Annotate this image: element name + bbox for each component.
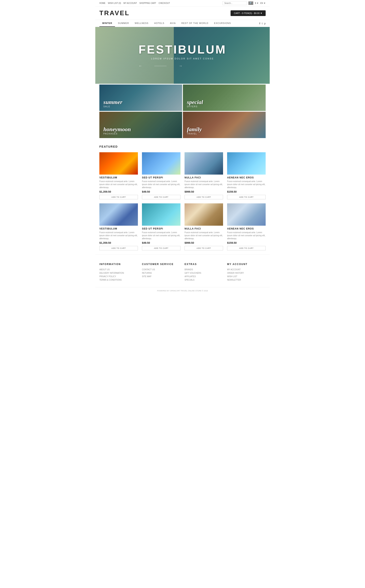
add-to-cart-1[interactable]: ADD TO CART: [142, 195, 181, 199]
topbar-cart[interactable]: SHOPPING CART: [139, 2, 156, 4]
footer-bottom: POWERED BY OPENCART TRAVEL ONLINE STORE …: [95, 287, 270, 294]
product-card-6: NULLA FACI Fusce euismod consequat ante.…: [184, 203, 223, 250]
footer-col-0: INFORMATION ABOUT USDELIVERY INFORMATION…: [99, 263, 138, 281]
footer-link[interactable]: CONTACT US: [142, 268, 181, 271]
topbar-wishlist[interactable]: WISH LIST (0): [108, 2, 121, 4]
promo-summer[interactable]: summer SALE: [99, 84, 182, 111]
product-desc-1: Fusce euismod consequat ante. Lorem ipsu…: [142, 180, 181, 189]
promo-special-text: special OFFERS: [187, 99, 203, 108]
footer-link[interactable]: AFFILIATES: [184, 275, 223, 278]
topbar-checkout[interactable]: CHECKOUT: [159, 2, 170, 4]
product-image-4: [99, 203, 138, 226]
topbar-nav: HOME WISH LIST (0) MY ACCOUNT SHOPPING C…: [99, 2, 170, 4]
topbar-home[interactable]: HOME: [99, 2, 105, 4]
product-price-1: $49.50: [142, 190, 181, 193]
footer-link[interactable]: MY ACCOUNT: [227, 268, 266, 271]
add-to-cart-0[interactable]: ADD TO CART: [99, 195, 138, 199]
add-to-cart-7[interactable]: ADD TO CART: [227, 246, 266, 250]
nav-rest-of-world[interactable]: REST OF THE WORLD: [178, 20, 211, 27]
search-button[interactable]: 🔍: [248, 1, 253, 5]
promo-honeymoon-title: honeymoon: [103, 126, 131, 132]
product-price-4: $1,359.50: [99, 241, 138, 244]
promo-special-title: special: [187, 99, 203, 105]
promo-honeymoon-text: honeymoon PACKAGES: [103, 126, 131, 135]
product-price-3: $159.50: [227, 190, 266, 193]
nav-wellness[interactable]: WELLNESS: [132, 20, 151, 27]
nav-hotels[interactable]: HOTELS: [151, 20, 167, 27]
promo-summer-subtitle: SALE: [103, 105, 122, 108]
header: TRAVEL CART - 0 ITEM(S) - $0.00 ▼: [95, 7, 270, 20]
add-to-cart-3[interactable]: ADD TO CART: [227, 195, 266, 199]
footer-link[interactable]: DELIVERY INFORMATION: [99, 272, 138, 274]
footer-link[interactable]: SPECIALS: [184, 279, 223, 281]
promo-summer-title: summer: [103, 99, 122, 105]
hero-prev-arrow[interactable]: ←: [139, 64, 142, 68]
product-image-1: [142, 152, 181, 175]
twitter-icon[interactable]: t: [262, 22, 263, 25]
promo-honeymoon[interactable]: honeymoon PACKAGES: [99, 112, 182, 138]
footer-col-title-2: EXTRAS: [184, 263, 223, 266]
product-desc-3: Fusce euismod consequat ante. Lorem ipsu…: [227, 180, 266, 189]
product-price-2: $999.50: [184, 190, 223, 193]
product-card-0: VESTIBULUM Fusce euismod consequat ante.…: [99, 152, 138, 199]
promo-family-text: family TRAVEL: [187, 126, 202, 135]
topbar-right: 🔍 $ ▼ EN ▼: [222, 1, 266, 5]
footer-link[interactable]: ABOUT US: [99, 268, 138, 271]
language-selector[interactable]: EN ▼: [260, 2, 266, 4]
footer-col-1: CUSTOMER SERVICE CONTACT USRETURNSSITE M…: [142, 263, 181, 281]
product-price-7: $159.50: [227, 241, 266, 244]
nav-winter[interactable]: WINTER: [99, 20, 115, 27]
footer-link[interactable]: SITE MAP: [142, 275, 181, 278]
search-input[interactable]: [222, 1, 247, 5]
promo-family-title: family: [187, 126, 202, 132]
site-logo[interactable]: TRAVEL: [99, 9, 130, 17]
social-icons: f t p: [259, 22, 266, 25]
footer-col-3: MY ACCOUNT MY ACCOUNTORDER HISTORYWISH L…: [227, 263, 266, 281]
hero-next-arrow[interactable]: →: [179, 64, 182, 68]
nav-avia[interactable]: AVIA: [167, 20, 178, 27]
top-bar: HOME WISH LIST (0) MY ACCOUNT SHOPPING C…: [95, 0, 270, 7]
footer-link[interactable]: PRIVACY POLICY: [99, 275, 138, 278]
product-desc-4: Fusce euismod consequat ante. Lorem ipsu…: [99, 231, 138, 240]
hero-subtitle: LOREM IPSUM DOLOR SIT AMET CONSE: [139, 57, 226, 60]
pinterest-icon[interactable]: p: [264, 22, 266, 25]
footer-link[interactable]: RETURNS: [142, 272, 181, 274]
footer-link[interactable]: GIFT VOUCHERS: [184, 272, 223, 274]
facebook-icon[interactable]: f: [259, 22, 260, 25]
featured-section: FEATURED VESTIBULUM Fusce euismod conseq…: [95, 139, 270, 254]
cart-button[interactable]: CART - 0 ITEM(S) - $0.00 ▼: [231, 10, 266, 16]
footer-link[interactable]: ORDER HISTORY: [227, 272, 266, 274]
product-image-7: [227, 203, 266, 226]
product-image-3: [227, 152, 266, 175]
footer-link[interactable]: NEWSLETTER: [227, 279, 266, 281]
footer-links-0: ABOUT USDELIVERY INFORMATIONPRIVACY POLI…: [99, 268, 138, 281]
product-card-4: VESTIBULUM Fusce euismod consequat ante.…: [99, 203, 138, 250]
promo-family-subtitle: TRAVEL: [187, 133, 202, 135]
product-name-6: NULLA FACI: [184, 227, 223, 230]
hero-arrows: ← →: [139, 64, 226, 68]
product-image-2: [184, 152, 223, 175]
hero-content: FESTIBULUM LOREM IPSUM DOLOR SIT AMET CO…: [139, 42, 226, 68]
promo-grid: summer SALE special OFFERS honeymoon PAC…: [95, 84, 270, 139]
nav-summer[interactable]: SUMMER: [115, 20, 132, 27]
add-to-cart-2[interactable]: ADD TO CART: [184, 195, 223, 199]
promo-family[interactable]: family TRAVEL: [183, 112, 266, 138]
product-name-2: NULLA FACI: [184, 176, 223, 179]
footer-link[interactable]: BRANDS: [184, 268, 223, 271]
footer-link[interactable]: TERMS & CONDITIONS: [99, 279, 138, 281]
product-card-3: AENEAN NEC EROS Fusce euismod consequat …: [227, 152, 266, 199]
topbar-account[interactable]: MY ACCOUNT: [124, 2, 137, 4]
product-image-6: [184, 203, 223, 226]
product-card-1: SED UT PERSPI Fusce euismod consequat an…: [142, 152, 181, 199]
nav-excursions[interactable]: EXCURSIONS: [211, 20, 234, 27]
hero-banner: FESTIBULUM LOREM IPSUM DOLOR SIT AMET CO…: [95, 27, 270, 84]
add-to-cart-4[interactable]: ADD TO CART: [99, 246, 138, 250]
footer-link[interactable]: WISH LIST: [227, 275, 266, 278]
currency-selector[interactable]: $ ▼: [255, 2, 259, 4]
promo-special[interactable]: special OFFERS: [183, 84, 266, 111]
add-to-cart-5[interactable]: ADD TO CART: [142, 246, 181, 250]
product-price-5: $49.50: [142, 241, 181, 244]
product-image-0: [99, 152, 138, 175]
add-to-cart-6[interactable]: ADD TO CART: [184, 246, 223, 250]
promo-special-subtitle: OFFERS: [187, 105, 203, 108]
